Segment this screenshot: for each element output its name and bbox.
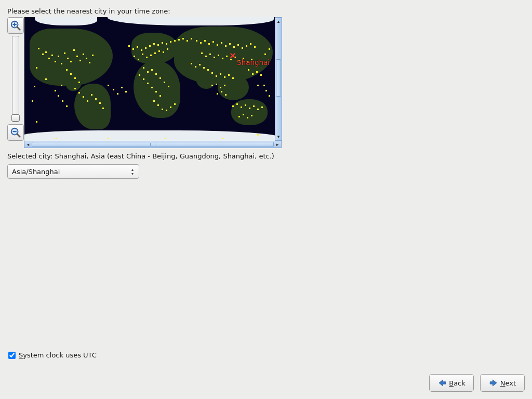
- svg-rect-33: [62, 100, 63, 102]
- svg-rect-32: [58, 95, 59, 97]
- svg-rect-157: [269, 95, 270, 97]
- svg-rect-62: [187, 40, 188, 42]
- svg-rect-148: [253, 105, 255, 107]
- svg-rect-31: [55, 90, 56, 91]
- scroll-left-icon[interactable]: ◂: [24, 141, 32, 148]
- timezone-combobox-value: Asia/Shanghai: [12, 168, 129, 176]
- svg-rect-132: [216, 84, 217, 85]
- svg-rect-167: [269, 48, 270, 50]
- svg-rect-106: [254, 46, 256, 48]
- scroll-down-icon[interactable]: ▾: [275, 133, 282, 140]
- world-map[interactable]: Shanghai: [24, 17, 275, 141]
- svg-rect-81: [151, 69, 153, 71]
- svg-rect-76: [151, 87, 153, 88]
- vertical-scroll-thumb[interactable]: [276, 59, 281, 97]
- svg-rect-128: [224, 76, 225, 78]
- zoom-slider-thumb[interactable]: [11, 114, 20, 122]
- back-button-label: Back: [449, 379, 466, 387]
- svg-rect-155: [263, 85, 265, 86]
- zoom-slider[interactable]: [12, 36, 19, 122]
- svg-rect-7: [38, 48, 39, 49]
- svg-rect-66: [142, 54, 143, 55]
- svg-rect-15: [64, 52, 65, 54]
- svg-rect-63: [191, 38, 192, 39]
- svg-rect-14: [61, 63, 62, 64]
- svg-rect-51: [141, 49, 142, 51]
- svg-rect-90: [170, 107, 171, 108]
- svg-rect-68: [150, 55, 152, 56]
- svg-rect-88: [162, 109, 163, 110]
- utc-checkbox[interactable]: [8, 352, 16, 359]
- instruction-text: Please select the nearest city in your t…: [7, 7, 525, 15]
- svg-rect-150: [261, 107, 263, 108]
- svg-rect-133: [220, 87, 221, 88]
- back-button[interactable]: Back: [429, 374, 474, 392]
- svg-rect-42: [102, 108, 104, 109]
- zoom-in-button[interactable]: [7, 17, 24, 34]
- svg-rect-139: [252, 73, 254, 75]
- svg-rect-45: [117, 93, 118, 95]
- map-vertical-scrollbar[interactable]: ▴ ▾: [275, 17, 282, 141]
- timezone-combobox[interactable]: Asia/Shanghai ▴▾: [7, 164, 139, 179]
- svg-rect-72: [167, 48, 168, 50]
- svg-rect-71: [163, 51, 164, 53]
- svg-rect-151: [238, 116, 240, 117]
- svg-rect-74: [143, 78, 144, 80]
- svg-rect-10: [48, 58, 50, 59]
- svg-line-1: [17, 27, 20, 30]
- svg-rect-114: [230, 59, 232, 60]
- scroll-right-icon[interactable]: ▸: [274, 141, 281, 148]
- svg-rect-54: [153, 43, 155, 45]
- svg-rect-168: [36, 121, 37, 123]
- svg-rect-119: [251, 59, 252, 60]
- svg-rect-96: [212, 41, 214, 43]
- map-horizontal-scrollbar[interactable]: ◂ ▸: [24, 141, 282, 148]
- svg-rect-79: [143, 67, 144, 69]
- svg-rect-156: [265, 90, 267, 91]
- svg-rect-89: [166, 110, 167, 111]
- svg-rect-86: [153, 100, 155, 102]
- svg-rect-28: [74, 77, 76, 79]
- svg-rect-143: [232, 105, 234, 107]
- svg-rect-77: [155, 91, 157, 92]
- svg-rect-21: [83, 54, 84, 55]
- svg-rect-111: [218, 55, 219, 56]
- svg-rect-120: [191, 63, 192, 64]
- svg-rect-164: [34, 86, 35, 87]
- svg-rect-93: [200, 42, 202, 44]
- svg-rect-141: [260, 74, 262, 76]
- arrow-left-icon: [437, 378, 447, 388]
- zoom-out-button[interactable]: [7, 124, 24, 141]
- next-button-label: Next: [500, 379, 516, 387]
- svg-rect-138: [248, 69, 249, 71]
- svg-rect-137: [225, 94, 227, 96]
- city-markers: [24, 17, 275, 141]
- svg-rect-44: [113, 89, 114, 90]
- svg-rect-64: [134, 56, 135, 57]
- svg-line-5: [17, 134, 20, 137]
- svg-rect-87: [157, 104, 159, 106]
- horizontal-scroll-thumb[interactable]: [32, 142, 274, 147]
- svg-rect-29: [78, 82, 80, 83]
- svg-rect-110: [214, 57, 215, 58]
- svg-rect-9: [45, 51, 47, 53]
- svg-rect-115: [234, 57, 236, 58]
- svg-rect-103: [242, 47, 243, 49]
- zoom-out-icon: [10, 127, 21, 138]
- next-button[interactable]: Next: [480, 374, 525, 392]
- svg-rect-52: [145, 47, 147, 49]
- svg-rect-85: [168, 86, 169, 87]
- svg-rect-95: [208, 43, 210, 45]
- combobox-arrows-icon: ▴▾: [129, 168, 136, 176]
- svg-rect-41: [99, 102, 101, 104]
- svg-rect-135: [217, 93, 218, 95]
- svg-rect-101: [233, 46, 235, 48]
- svg-rect-166: [264, 54, 266, 55]
- svg-rect-123: [203, 67, 205, 69]
- utc-checkbox-row[interactable]: System clock uses UTC: [8, 351, 97, 359]
- svg-rect-12: [55, 61, 56, 62]
- svg-rect-97: [217, 44, 218, 46]
- zoom-in-icon: [10, 20, 21, 31]
- svg-rect-163: [36, 67, 37, 69]
- scroll-up-icon[interactable]: ▴: [275, 18, 282, 25]
